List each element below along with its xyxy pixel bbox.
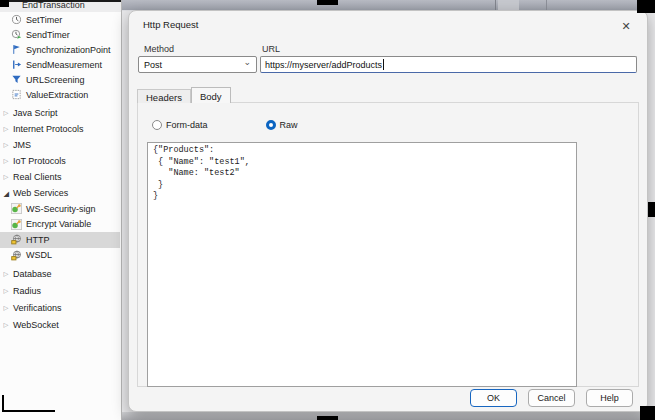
- background-bottom-strip: [122, 412, 655, 420]
- redaction-mark: [640, 406, 655, 420]
- redaction-mark: [648, 202, 655, 217]
- chevron-expanded-icon: ◢: [4, 189, 13, 197]
- sidebar-item-http[interactable]: HTTP: [0, 232, 120, 248]
- sidebar-item-valueextraction[interactable]: ValueExtraction: [0, 87, 121, 102]
- sidebar-item-radius[interactable]: ▷ Radius: [0, 282, 121, 299]
- text-caret: [383, 59, 384, 70]
- sidebar-item-websocket[interactable]: ▷ WebSocket: [0, 316, 121, 333]
- sidebar-item-encrypt-variable[interactable]: Encrypt Variable: [0, 217, 121, 233]
- form-data-radio[interactable]: [152, 120, 162, 130]
- redaction-mark: [317, 0, 338, 5]
- sidebar-item-ws-security-sign[interactable]: WS-Security-sign: [0, 201, 121, 217]
- sidebar-item-jms[interactable]: ▷ JMS: [0, 137, 121, 153]
- sidebar-item-java-script[interactable]: ▷ Java Script: [0, 105, 121, 121]
- sidebar-item-urlscreening[interactable]: URLScreening: [0, 72, 121, 87]
- raw-radio[interactable]: [266, 120, 276, 130]
- sidebar-item-label: SetTimer: [26, 15, 62, 25]
- sidebar-item-label: WSDL: [26, 250, 52, 260]
- url-label: URL: [262, 44, 280, 54]
- url-value: https://myserver/addProducts: [265, 60, 382, 70]
- chevron-collapsed-icon: ▷: [4, 321, 13, 328]
- raw-label: Raw: [280, 120, 298, 130]
- sidebar-item-label: Internet Protocols: [13, 124, 84, 134]
- security-key-icon: [10, 218, 23, 230]
- sidebar-item-label: WS-Security-sign: [26, 204, 96, 214]
- method-value: Post: [144, 60, 162, 70]
- sidebar-tree: EndTransaction SetTimer SendTimer Synchr…: [0, 0, 122, 420]
- sidebar-item-database[interactable]: ▷ Database: [0, 265, 121, 282]
- sidebar-item-sendmeasurement[interactable]: SendMeasurement: [0, 57, 121, 72]
- tab-headers[interactable]: Headers: [137, 89, 191, 103]
- flag-icon: [10, 44, 23, 56]
- dialog-title: Http Request: [143, 19, 198, 30]
- sidebar-item-sendtimer[interactable]: SendTimer: [0, 27, 121, 42]
- sidebar-item-label: Verifications: [13, 303, 62, 313]
- redaction-mark: [637, 0, 655, 13]
- chevron-collapsed-icon: ▷: [4, 109, 13, 116]
- sidebar-item-label: EndTransaction: [22, 0, 85, 10]
- sidebar-item-label: ValueExtraction: [26, 90, 88, 100]
- sidebar-item-label: IoT Protocols: [13, 156, 66, 166]
- sidebar-item-verifications[interactable]: ▷ Verifications: [0, 299, 121, 316]
- cancel-button[interactable]: Cancel: [528, 389, 575, 407]
- body-tab-pane: Form-data Raw {"Products": { "Name": "te…: [137, 102, 639, 387]
- body-headers-tabs: Headers Body: [137, 87, 231, 103]
- redaction-mark: [317, 416, 338, 420]
- security-key-icon: [10, 203, 23, 215]
- toolbar-divider-block: [498, 0, 519, 10]
- sidebar-item-label: HTTP: [26, 235, 50, 245]
- raw-body-textarea[interactable]: {"Products": { "Name": "test1", "Name: "…: [147, 142, 577, 387]
- sidebar-item-label: Web Services: [13, 188, 68, 198]
- sidebar-item-iot-protocols[interactable]: ▷ IoT Protocols: [0, 153, 121, 169]
- sidebar-item-wsdl[interactable]: WSDL: [0, 248, 121, 264]
- dialog-buttons: OK Cancel Help: [470, 389, 633, 407]
- tab-body[interactable]: Body: [191, 87, 231, 103]
- sidebar-item-synchronizationpoint[interactable]: SynchronizationPoint: [0, 42, 121, 57]
- toolbar-separator: [495, 0, 496, 10]
- method-label: Method: [144, 44, 174, 54]
- corner-bracket: [2, 410, 55, 412]
- chevron-collapsed-icon: ▷: [4, 304, 13, 311]
- globe-package-icon: [10, 234, 23, 246]
- sidebar-item-label: Encrypt Variable: [26, 219, 91, 229]
- clock-icon: [10, 14, 23, 26]
- http-request-dialog: Http Request ✕ Method URL Post ⌄ https:/…: [128, 10, 648, 412]
- sidebar-item-real-clients[interactable]: ▷ Real Clients: [0, 169, 121, 185]
- chevron-collapsed-icon: ▷: [4, 125, 13, 132]
- sidebar-item-label: Database: [13, 269, 52, 279]
- redaction-mark: [0, 0, 9, 7]
- sidebar-item-label: Radius: [13, 286, 41, 296]
- sidebar-item-label: SendTimer: [26, 30, 70, 40]
- sidebar-item-label: Java Script: [13, 108, 58, 118]
- close-icon[interactable]: ✕: [618, 18, 634, 34]
- funnel-icon: [10, 74, 23, 86]
- sidebar-item-label: Real Clients: [13, 172, 62, 182]
- ok-button[interactable]: OK: [470, 389, 517, 407]
- extract-document-icon: [10, 89, 23, 101]
- sidebar-item-label: SynchronizationPoint: [26, 45, 111, 55]
- url-input[interactable]: https://myserver/addProducts: [260, 56, 637, 73]
- chevron-collapsed-icon: ▷: [4, 270, 13, 277]
- sidebar-item-label: URLScreening: [26, 75, 85, 85]
- clock-send-icon: [10, 29, 23, 41]
- globe-package-icon: [10, 249, 23, 261]
- sidebar-item-label: JMS: [13, 140, 31, 150]
- sidebar-item-internet-protocols[interactable]: ▷ Internet Protocols: [0, 121, 121, 137]
- body-type-radios: Form-data Raw: [152, 120, 298, 130]
- form-data-label: Form-data: [166, 120, 208, 130]
- chevron-collapsed-icon: ▷: [4, 173, 13, 180]
- sidebar-item-web-services[interactable]: ◢ Web Services: [0, 185, 121, 201]
- chevron-collapsed-icon: ▷: [4, 287, 13, 294]
- sidebar-item-endtransaction[interactable]: EndTransaction: [0, 0, 121, 12]
- chevron-collapsed-icon: ▷: [4, 157, 13, 164]
- sidebar-item-label: WebSocket: [13, 320, 59, 330]
- help-button[interactable]: Help: [586, 389, 633, 407]
- measurement-arrow-icon: [10, 59, 23, 71]
- method-select[interactable]: Post ⌄: [138, 56, 257, 73]
- sidebar-item-settimer[interactable]: SetTimer: [0, 12, 121, 27]
- chevron-collapsed-icon: ▷: [4, 141, 13, 148]
- sidebar-item-label: SendMeasurement: [26, 60, 102, 70]
- chevron-down-icon: ⌄: [243, 60, 251, 65]
- toolbar-separator: [546, 0, 547, 10]
